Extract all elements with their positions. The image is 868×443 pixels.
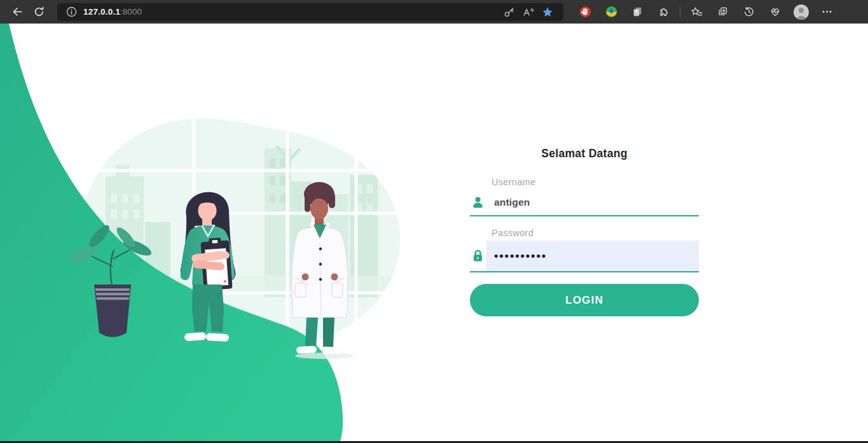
address-text[interactable]: 127.0.0.1:8000 xyxy=(83,7,142,17)
extensions-area xyxy=(572,3,840,22)
download-manager-icon xyxy=(605,6,617,18)
password-input[interactable] xyxy=(486,241,699,271)
read-aloud-button[interactable] xyxy=(519,4,538,20)
username-label: Username xyxy=(492,177,699,187)
login-form: Selamat Datang Username Password xyxy=(470,146,699,316)
user-icon xyxy=(470,197,486,208)
password-key-button[interactable] xyxy=(500,4,519,20)
browser-window: 127.0.0.1:8000 xyxy=(0,0,868,443)
back-icon xyxy=(11,6,24,18)
favorites-hub-icon xyxy=(691,6,703,18)
browser-essentials-button[interactable] xyxy=(762,3,788,22)
lock-icon xyxy=(470,250,486,262)
login-illustration xyxy=(0,24,868,441)
collections-icon xyxy=(717,6,729,18)
refresh-icon xyxy=(33,6,45,18)
more-ellipsis-icon xyxy=(821,6,833,18)
history-button[interactable] xyxy=(736,3,762,22)
password-label: Password xyxy=(492,228,699,238)
password-key-icon xyxy=(504,6,515,18)
profile-avatar-icon xyxy=(793,4,809,20)
plant-pot xyxy=(94,285,131,337)
profile-button[interactable] xyxy=(788,3,814,22)
extensions-menu-button[interactable] xyxy=(651,3,677,22)
address-bar[interactable]: 127.0.0.1:8000 xyxy=(57,3,563,21)
page-title: Selamat Datang xyxy=(470,146,699,161)
clipper-extension-button[interactable] xyxy=(624,3,651,22)
refresh-button[interactable] xyxy=(28,3,50,22)
address-host: 127.0.0.1 xyxy=(83,7,120,17)
login-button[interactable]: LOGIN xyxy=(470,284,699,316)
browser-essentials-icon xyxy=(769,6,782,18)
collections-button[interactable] xyxy=(710,3,736,22)
username-input[interactable] xyxy=(486,190,699,215)
favorite-star-icon xyxy=(542,6,553,18)
favorite-star-button[interactable] xyxy=(538,4,557,20)
adblock-hand-icon xyxy=(579,6,591,18)
favorites-hub-button[interactable] xyxy=(684,3,710,22)
settings-more-button[interactable] xyxy=(814,3,840,22)
clipper-pages-icon xyxy=(631,6,644,18)
site-info-icon[interactable] xyxy=(66,6,77,17)
back-button[interactable] xyxy=(6,3,28,22)
history-clock-icon xyxy=(743,6,755,18)
extensions-puzzle-icon xyxy=(658,6,670,18)
adblock-extension-button[interactable] xyxy=(572,3,598,22)
read-aloud-icon xyxy=(522,6,535,18)
address-port: :8000 xyxy=(120,7,142,17)
browser-toolbar: 127.0.0.1:8000 xyxy=(0,0,868,24)
login-page: Selamat Datang Username Password xyxy=(0,24,868,441)
download-manager-extension-button[interactable] xyxy=(598,3,624,22)
username-field: Username xyxy=(470,177,699,216)
password-field: Password xyxy=(470,228,699,272)
toolbar-divider xyxy=(680,6,680,18)
